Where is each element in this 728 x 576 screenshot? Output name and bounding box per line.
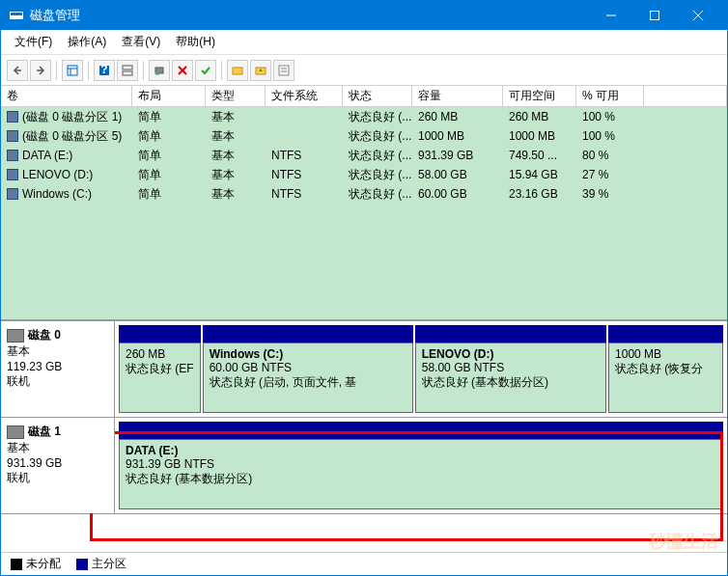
svg-rect-13 <box>123 66 132 69</box>
toolbar-properties-button[interactable] <box>273 60 294 81</box>
toolbar-check-button[interactable] <box>195 60 216 81</box>
partition[interactable]: DATA (E:)931.39 GB NTFS状态良好 (基本数据分区) <box>119 422 723 509</box>
help-button[interactable]: ? <box>94 60 115 81</box>
legend-unallocated: 未分配 <box>26 556 61 572</box>
window-title: 磁盘管理 <box>30 7 589 24</box>
disk-icon <box>7 425 24 439</box>
menubar: 文件(F) 操作(A) 查看(V) 帮助(H) <box>1 30 727 55</box>
svg-rect-14 <box>123 71 132 75</box>
col-free[interactable]: 可用空间 <box>503 86 576 106</box>
col-status[interactable]: 状态 <box>343 86 412 106</box>
menu-view[interactable]: 查看(V) <box>114 32 168 52</box>
col-cap[interactable]: 容量 <box>412 86 503 106</box>
menu-help[interactable]: 帮助(H) <box>168 32 223 52</box>
primary-swatch <box>76 559 88 570</box>
volume-header: 卷 布局 类型 文件系统 状态 容量 可用空间 % 可用 <box>1 86 727 107</box>
volume-rows[interactable]: (磁盘 0 磁盘分区 1)简单基本状态良好 (...260 MB260 MB10… <box>1 107 727 319</box>
svg-rect-3 <box>650 12 658 20</box>
disk-row: 磁盘 0基本119.23 GB联机260 MB状态良好 (EFWindows (… <box>1 321 727 418</box>
volume-row[interactable]: LENOVO (D:)简单基本NTFS状态良好 (...58.00 GB15.9… <box>1 165 727 184</box>
partition[interactable]: 1000 MB状态良好 (恢复分 <box>608 325 723 413</box>
titlebar: 磁盘管理 <box>1 1 727 30</box>
toolbar-layout-button[interactable] <box>117 60 138 81</box>
disk-map-pane: 磁盘 0基本119.23 GB联机260 MB状态良好 (EFWindows (… <box>1 321 727 552</box>
menu-file[interactable]: 文件(F) <box>7 32 60 52</box>
volume-row[interactable]: DATA (E:)简单基本NTFS状态良好 (...931.39 GB749.5… <box>1 146 727 165</box>
toolbar-view-button[interactable] <box>62 60 83 81</box>
col-type[interactable]: 类型 <box>206 86 266 106</box>
col-spacer <box>644 86 727 106</box>
disk-label[interactable]: 磁盘 0基本119.23 GB联机 <box>1 321 115 417</box>
toolbar-folder-up-button[interactable] <box>250 60 271 81</box>
toolbar: ? <box>1 55 727 86</box>
back-button[interactable] <box>7 60 28 81</box>
col-volume[interactable]: 卷 <box>1 86 132 106</box>
partition[interactable]: 260 MB状态良好 (EF <box>119 325 201 413</box>
col-fs[interactable]: 文件系统 <box>266 86 343 106</box>
toolbar-folder-button[interactable] <box>227 60 248 81</box>
col-pct[interactable]: % 可用 <box>576 86 644 106</box>
partition[interactable]: Windows (C:)60.00 GB NTFS状态良好 (启动, 页面文件,… <box>203 325 413 413</box>
volume-icon <box>7 130 18 142</box>
partition[interactable]: LENOVO (D:)58.00 GB NTFS状态良好 (基本数据分区) <box>415 325 606 413</box>
disk-row: 磁盘 1基本931.39 GB联机DATA (E:)931.39 GB NTFS… <box>1 418 727 514</box>
volume-row[interactable]: (磁盘 0 磁盘分区 5)简单基本状态良好 (...1000 MB1000 MB… <box>1 126 727 146</box>
svg-rect-8 <box>68 66 77 75</box>
content-area: 卷 布局 类型 文件系统 状态 容量 可用空间 % 可用 (磁盘 0 磁盘分区 … <box>1 86 727 575</box>
volume-row[interactable]: Windows (C:)简单基本NTFS状态良好 (...60.00 GB23.… <box>1 184 727 204</box>
refresh-button[interactable] <box>149 60 170 81</box>
menu-action[interactable]: 操作(A) <box>60 32 114 52</box>
legend: 未分配 主分区 <box>1 552 727 575</box>
volume-icon <box>7 169 18 180</box>
svg-rect-19 <box>233 68 242 74</box>
disk-icon <box>7 329 24 343</box>
svg-point-16 <box>155 71 159 75</box>
svg-text:?: ? <box>100 65 107 76</box>
volume-icon <box>7 188 18 200</box>
maximize-button[interactable] <box>632 1 676 30</box>
legend-primary: 主分区 <box>92 556 126 572</box>
app-icon <box>9 8 24 23</box>
volume-icon <box>7 111 18 123</box>
delete-button[interactable] <box>172 60 193 81</box>
close-button[interactable] <box>676 1 719 30</box>
col-layout[interactable]: 布局 <box>132 86 206 106</box>
volume-list-pane: 卷 布局 类型 文件系统 状态 容量 可用空间 % 可用 (磁盘 0 磁盘分区 … <box>1 86 727 321</box>
disk-label[interactable]: 磁盘 1基本931.39 GB联机 <box>1 418 115 513</box>
volume-row[interactable]: (磁盘 0 磁盘分区 1)简单基本状态良好 (...260 MB260 MB10… <box>1 107 727 126</box>
minimize-button[interactable] <box>589 1 632 30</box>
unallocated-swatch <box>11 559 22 570</box>
svg-rect-1 <box>11 13 22 15</box>
svg-rect-21 <box>279 66 289 75</box>
forward-button[interactable] <box>30 60 51 81</box>
volume-icon <box>7 150 18 161</box>
